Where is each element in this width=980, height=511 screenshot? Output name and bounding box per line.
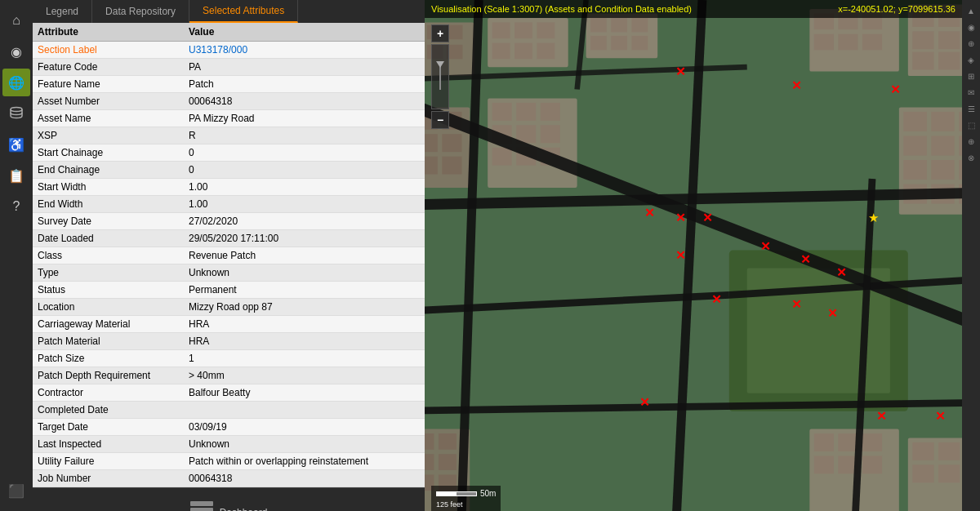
svg-rect-23 <box>590 36 607 51</box>
book-icon[interactable]: 📋 <box>2 162 30 189</box>
map-area[interactable]: Visualisation (Scale 1:3007) (Assets and… <box>425 0 962 511</box>
col-value-header: Value <box>184 23 425 42</box>
svg-rect-18 <box>537 43 555 60</box>
svg-rect-16 <box>492 43 510 60</box>
svg-rect-21 <box>611 18 627 33</box>
svg-rect-38 <box>938 31 960 49</box>
right-icon-1[interactable]: ▲ <box>964 3 978 18</box>
svg-rect-97 <box>425 454 434 470</box>
svg-text:✕: ✕ <box>639 395 650 409</box>
table-row: Utility FailurePatch within or overlappi… <box>33 453 425 470</box>
table-row: LocationMizzy Road opp 87 <box>33 299 425 316</box>
attr-label-cell: Job Number <box>33 470 184 487</box>
zoom-controls: + − <box>431 24 449 129</box>
svg-rect-17 <box>514 43 532 60</box>
globe-icon[interactable]: 🌐 <box>2 69 30 96</box>
svg-rect-13 <box>492 22 510 38</box>
right-icon-5[interactable]: ⊞ <box>964 69 978 83</box>
attr-label-cell: Start Chainage <box>33 144 184 162</box>
coordinates-display: x=-240051.02; y=7099615.36 <box>838 4 956 14</box>
table-row: StatusPermanent <box>33 282 425 299</box>
right-icon-2[interactable]: ◉ <box>964 20 978 34</box>
right-icon-9[interactable]: ⊕ <box>964 134 978 149</box>
map-svg: ✕ ✕ ✕ ✕ ✕ ✕ ✕ ✕ ✕ ✕ ✕ ✕ ✕ ✕ ✕ ✕ ✕ <box>425 0 962 511</box>
svg-text:✕: ✕ <box>675 211 686 224</box>
svg-rect-64 <box>903 112 926 131</box>
zoom-out-button[interactable]: − <box>431 111 449 129</box>
attr-label-cell: Patch Depth Requirement <box>33 367 184 384</box>
attr-value-cell: 03/09/19 <box>184 419 425 436</box>
tab-legend[interactable]: Legend <box>33 0 92 23</box>
svg-rect-25 <box>631 36 648 51</box>
right-icon-8[interactable]: ⬚ <box>964 118 978 132</box>
attr-label-cell: Status <box>33 282 184 299</box>
svg-rect-80 <box>838 433 858 451</box>
table-row: Date Loaded29/05/2020 17:11:00 <box>33 230 425 247</box>
svg-rect-32 <box>862 34 882 51</box>
scale-label: 50m <box>480 489 496 498</box>
attr-label-cell: Completed Date <box>33 402 184 419</box>
right-sidebar: ▲ ◉ ⊕ ◈ ⊞ ✉ ☰ ⬚ ⊕ ⊗ <box>962 0 980 511</box>
attr-label-cell: Feature Name <box>33 76 184 93</box>
svg-text:✕: ✕ <box>827 306 838 320</box>
tab-data-repository[interactable]: Data Repository <box>92 0 189 23</box>
map-canvas[interactable]: ✕ ✕ ✕ ✕ ✕ ✕ ✕ ✕ ✕ ✕ ✕ ✕ ✕ ✕ ✕ ✕ ✕ <box>425 0 962 511</box>
scale-bar: 50m 125 feet <box>431 486 501 511</box>
attr-value-cell: 00064318 <box>184 470 425 487</box>
right-icon-10[interactable]: ⊗ <box>964 150 978 165</box>
visualisation-info: Visualisation (Scale 1:3007) (Assets and… <box>431 4 692 14</box>
right-icon-7[interactable]: ☰ <box>964 101 978 116</box>
dashboard-button[interactable]: Dashboard <box>33 487 425 511</box>
attr-label-cell: Feature Code <box>33 59 184 76</box>
zoom-in-button[interactable]: + <box>431 24 449 42</box>
svg-rect-65 <box>931 112 954 131</box>
svg-text:✕: ✕ <box>760 239 771 253</box>
person-icon[interactable]: ♿ <box>2 131 30 158</box>
table-row: Feature CodePA <box>33 59 425 76</box>
svg-rect-68 <box>931 136 954 155</box>
svg-rect-1 <box>190 501 213 506</box>
svg-rect-87 <box>938 442 960 460</box>
svg-rect-2 <box>190 508 213 511</box>
svg-rect-37 <box>912 31 933 49</box>
main-area: Legend Data Repository Selected Attribut… <box>33 0 980 511</box>
tab-selected-attributes[interactable]: Selected Attributes <box>189 0 298 23</box>
dashboard-label: Dashboard <box>220 507 268 512</box>
right-icon-4[interactable]: ◈ <box>964 52 978 67</box>
table-row: Patch Size1 <box>33 350 425 367</box>
database-icon[interactable] <box>2 100 30 127</box>
help-icon[interactable]: ? <box>2 193 30 220</box>
table-row: Completed Date <box>33 402 425 419</box>
svg-rect-70 <box>903 160 926 180</box>
attr-value-cell: 1 <box>184 350 425 367</box>
table-row: End Width1.00 <box>33 196 425 213</box>
attr-label-cell: Class <box>33 247 184 264</box>
layers-icon[interactable]: ◉ <box>2 38 30 65</box>
svg-rect-41 <box>938 52 960 70</box>
svg-rect-79 <box>814 433 834 451</box>
right-icon-3[interactable]: ⊕ <box>964 36 978 51</box>
export-icon[interactable]: ⬛ <box>2 477 30 504</box>
attr-value-cell: Unknown <box>184 264 425 282</box>
home-icon[interactable]: ⌂ <box>2 7 30 34</box>
svg-rect-98 <box>439 454 457 470</box>
table-row: Job Number00064318 <box>33 470 425 487</box>
svg-point-0 <box>11 108 22 112</box>
svg-rect-20 <box>590 18 607 33</box>
attr-value-cell: R <box>184 127 425 144</box>
right-icon-6[interactable]: ✉ <box>964 85 978 100</box>
svg-rect-95 <box>439 433 457 450</box>
table-row: Feature NamePatch <box>33 76 425 93</box>
attr-label-cell: Utility Failure <box>33 453 184 470</box>
svg-rect-30 <box>814 34 834 51</box>
attr-value-cell: 0 <box>184 162 425 179</box>
svg-rect-59 <box>541 125 560 143</box>
attr-label-cell: Asset Number <box>33 93 184 110</box>
svg-text:✕: ✕ <box>800 252 811 266</box>
content-area: Legend Data Repository Selected Attribut… <box>33 0 980 511</box>
svg-rect-72 <box>959 160 962 180</box>
attr-value-cell: Permanent <box>184 282 425 299</box>
attr-value-cell: 29/05/2020 17:11:00 <box>184 230 425 247</box>
table-row: Section LabelU313178/000 <box>33 42 425 59</box>
svg-rect-14 <box>514 22 532 38</box>
